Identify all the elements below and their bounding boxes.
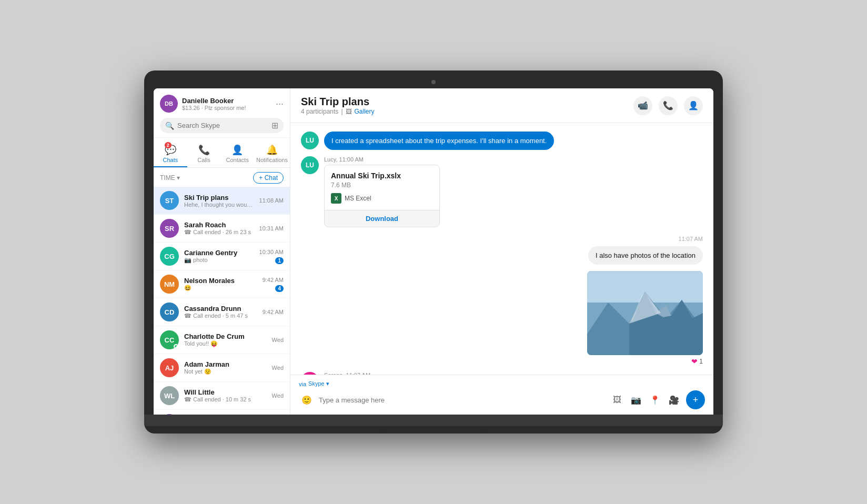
chat-avatar: WL (160, 386, 179, 405)
emoji-button[interactable]: 🙂 (299, 392, 315, 408)
audio-call-button[interactable]: 📞 (659, 96, 678, 115)
more-options-icon[interactable]: ··· (276, 98, 284, 109)
chat-item[interactable]: AM Angus McNeil You need a day off! Wed (154, 410, 290, 415)
tab-chats[interactable]: 💬 Chats 2 (154, 140, 187, 167)
chat-time: Wed (272, 392, 284, 399)
user-row: DB Danielle Booker $13.26 · Plz sponsor … (160, 95, 284, 113)
unread-badge: 1 (275, 257, 284, 264)
chat-item[interactable]: AJ Adam Jarman Not yet 😟 Wed (154, 354, 290, 382)
chat-avatar: CG (160, 247, 179, 266)
skype-label[interactable]: Skype ▾ (308, 380, 329, 387)
message-bubble: I created a spreadsheet about the trip e… (324, 132, 554, 150)
attach-button[interactable]: 🖼 (609, 392, 625, 408)
sidebar: DB Danielle Booker $13.26 · Plz sponsor … (154, 88, 290, 415)
tab-notifications-label: Notifications (256, 157, 288, 163)
chat-subtitle: 4 participants | 🖼 Gallery (301, 108, 375, 115)
via-label: via (299, 381, 306, 387)
excel-icon: X (331, 193, 341, 204)
download-button[interactable]: Download (325, 210, 439, 227)
message-input-row: 🙂 🖼 📷 📍 🎥 + (299, 390, 705, 409)
msg-avatar: LU (301, 156, 319, 174)
heart-icon: ❤ (691, 357, 698, 366)
chat-name: Ski Trip plans (184, 194, 254, 201)
msg-content: 11:07 AM I also have photos of the locat… (588, 234, 703, 265)
tab-chats-label: Chats (163, 157, 178, 163)
photo-card[interactable] (587, 271, 703, 355)
profile-button[interactable]: 👤 (684, 96, 703, 115)
search-bar[interactable]: 🔍 ⊞ (160, 118, 284, 133)
chat-name: Charlotte De Crum (184, 332, 267, 340)
tab-calls[interactable]: 📞 Calls (187, 140, 221, 167)
chat-name: Adam Jarman (184, 360, 267, 368)
send-button[interactable]: + (686, 390, 705, 409)
chat-avatar: CD (160, 303, 179, 321)
chat-item[interactable]: NM Nelson Morales 😆 9:42 AM 4 (154, 270, 290, 298)
user-sub: $13.26 · Plz sponsor me! (182, 105, 246, 111)
location-button[interactable]: 📍 (647, 392, 663, 408)
file-name: Annual Ski Trip.xslx (331, 172, 433, 180)
camera-button[interactable]: 📷 (628, 392, 644, 408)
chat-time: 11:08 AM (259, 197, 284, 204)
search-input[interactable] (177, 122, 268, 129)
chat-preview: Hehe, I thought you would like (184, 201, 254, 208)
video-message-button[interactable]: 🎥 (666, 392, 682, 408)
tab-calls-label: Calls (197, 157, 210, 163)
chat-preview: Told you!! 😝 (184, 340, 267, 347)
via-skype-label: via Skype ▾ (299, 380, 705, 387)
message-row: LU I created a spreadsheet about the tri… (301, 132, 703, 150)
msg-sender-time: Lucy, 11:00 AM (324, 156, 440, 163)
input-actions: 🖼 📷 📍 🎥 (609, 392, 682, 408)
chat-list-header: TIME ▾ + Chat (154, 168, 290, 187)
chat-item[interactable]: WL Will Little ☎ Call ended · 10 m 32 s … (154, 382, 290, 410)
grid-icon[interactable]: ⊞ (271, 120, 278, 130)
chat-preview: 😆 (184, 285, 257, 291)
chat-time: 9:42 AM (263, 309, 284, 315)
new-chat-button[interactable]: + Chat (253, 172, 284, 184)
calls-icon: 📞 (198, 144, 210, 156)
file-size: 7.6 MB (331, 182, 433, 189)
tab-notifications[interactable]: 🔔 Notifications (254, 140, 290, 167)
msg-content: I created a spreadsheet about the trip e… (324, 132, 554, 150)
gallery-label[interactable]: Gallery (355, 108, 375, 115)
message-row: ❤ 1 (301, 271, 703, 366)
reaction: ❤ 1 (691, 357, 703, 366)
chat-item[interactable]: ST Ski Trip plans Hehe, I thought you wo… (154, 187, 290, 215)
tab-contacts[interactable]: 👤 Contacts (220, 140, 254, 167)
chat-time: 10:30 AM (259, 249, 284, 255)
notifications-icon: 🔔 (266, 144, 278, 156)
participants-count: 4 participants (301, 108, 338, 115)
messages-area: LU I created a spreadsheet about the tri… (290, 123, 713, 375)
chat-avatar: NM (160, 275, 179, 294)
chat-preview: ☎ Call ended · 26 m 23 s (184, 229, 254, 236)
main-chat: Ski Trip plans 4 participants | 🖼 Galler… (290, 88, 713, 415)
message-timestamp: 11:07 AM (679, 236, 703, 242)
chat-avatar: SR (160, 219, 179, 238)
chat-title: Ski Trip plans (301, 96, 375, 108)
time-filter[interactable]: TIME ▾ (160, 174, 180, 182)
chat-item[interactable]: CG Carianne Gentry 📷 photo 10:30 AM 1 (154, 243, 290, 270)
chat-time: 10:31 AM (259, 225, 284, 231)
tab-contacts-label: Contacts (226, 157, 249, 163)
user-avatar[interactable]: DB (160, 95, 178, 113)
chat-preview: Not yet 😟 (184, 368, 267, 375)
message-input-area: via Skype ▾ 🙂 🖼 📷 📍 🎥 + (290, 375, 713, 415)
chat-time: Wed (272, 365, 284, 371)
msg-content: Lucy, 11:00 AM Annual Ski Trip.xslx 7.6 … (324, 156, 440, 227)
chats-badge: 2 (165, 142, 172, 148)
message-input[interactable] (319, 396, 605, 404)
chat-name: Carianne Gentry (184, 249, 254, 257)
nav-tabs: 💬 Chats 2 📞 Calls 👤 Contacts 🔔 Notificat… (154, 138, 290, 168)
separator: | (341, 108, 342, 115)
msg-content: ❤ 1 (587, 271, 703, 366)
chat-name: Will Little (184, 388, 267, 396)
unread-badge: 4 (275, 285, 284, 292)
chat-preview: 📷 photo (184, 257, 254, 264)
chat-item[interactable]: CC Charlotte De Crum Told you!! 😝 Wed (154, 326, 290, 354)
search-icon: 🔍 (165, 122, 174, 130)
chat-item[interactable]: SR Sarah Roach ☎ Call ended · 26 m 23 s … (154, 215, 290, 243)
chat-time: 9:42 AM (263, 277, 284, 283)
chat-preview: ☎ Call ended · 5 m 47 s (184, 313, 257, 319)
chat-item[interactable]: CD Cassandra Drunn ☎ Call ended · 5 m 47… (154, 298, 290, 326)
video-call-button[interactable]: 📹 (633, 96, 652, 115)
chat-name: Sarah Roach (184, 221, 254, 229)
